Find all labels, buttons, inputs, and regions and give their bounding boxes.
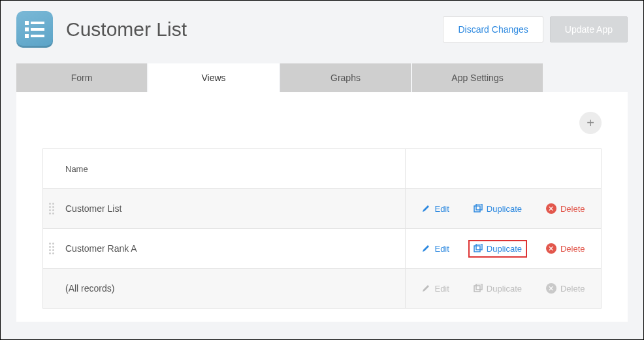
edit-button[interactable]: Edit <box>416 240 454 258</box>
pencil-icon <box>421 244 430 253</box>
view-name: Customer Rank A <box>63 243 405 254</box>
svg-rect-11 <box>476 284 482 290</box>
app-list-icon <box>16 11 53 48</box>
delete-icon: ✕ <box>546 243 556 254</box>
delete-button: ✕ Delete <box>541 279 590 298</box>
edit-label: Edit <box>434 244 449 254</box>
edit-label: Edit <box>434 284 449 294</box>
delete-icon: ✕ <box>546 283 556 294</box>
delete-button[interactable]: ✕ Delete <box>541 199 590 218</box>
duplicate-icon <box>474 284 483 293</box>
pencil-icon <box>421 204 430 213</box>
duplicate-button[interactable]: Duplicate <box>468 240 527 258</box>
edit-button[interactable]: Edit <box>416 200 454 218</box>
svg-rect-4 <box>25 34 29 38</box>
tab-app-settings[interactable]: App Settings <box>412 63 543 92</box>
plus-icon: + <box>587 116 594 131</box>
tab-bar: Form Views Graphs App Settings <box>1 63 643 92</box>
column-name-header: Name <box>63 164 405 174</box>
view-name: (All records) <box>63 283 405 294</box>
delete-icon: ✕ <box>546 203 556 214</box>
delete-label: Delete <box>560 204 585 214</box>
table-header: Name <box>43 149 601 189</box>
discard-changes-button[interactable]: Discard Changes <box>443 16 543 42</box>
edit-button: Edit <box>416 280 454 298</box>
svg-rect-8 <box>474 246 480 252</box>
edit-label: Edit <box>434 204 449 214</box>
duplicate-button[interactable]: Duplicate <box>468 200 527 218</box>
svg-rect-6 <box>474 206 480 212</box>
views-panel: + Name Customer List Edit <box>16 92 628 322</box>
drag-handle-icon[interactable] <box>49 203 57 214</box>
add-view-button[interactable]: + <box>579 112 602 134</box>
table-row: Customer List Edit Duplicate ✕ Delete <box>43 189 601 229</box>
duplicate-label: Duplicate <box>487 244 522 254</box>
duplicate-label: Duplicate <box>487 284 522 294</box>
svg-rect-7 <box>476 204 482 210</box>
svg-rect-1 <box>31 22 44 24</box>
view-name: Customer List <box>63 203 405 214</box>
delete-button[interactable]: ✕ Delete <box>541 239 590 258</box>
duplicate-icon <box>474 244 483 253</box>
tab-form[interactable]: Form <box>16 63 147 92</box>
update-app-button[interactable]: Update App <box>550 16 628 42</box>
table-row: (All records) Edit Duplicate ✕ Delete <box>43 269 601 308</box>
pencil-icon <box>421 284 430 293</box>
svg-rect-2 <box>25 27 29 31</box>
duplicate-button: Duplicate <box>468 280 527 298</box>
drag-handle-icon[interactable] <box>49 243 57 254</box>
svg-rect-5 <box>31 35 44 37</box>
table-row: Customer Rank A Edit Duplicate ✕ Delet <box>43 229 601 269</box>
tab-views[interactable]: Views <box>148 63 279 92</box>
duplicate-icon <box>474 204 483 213</box>
svg-rect-0 <box>25 21 29 25</box>
page-title: Customer List <box>66 18 443 41</box>
delete-label: Delete <box>560 284 585 294</box>
svg-rect-10 <box>474 286 480 292</box>
delete-label: Delete <box>560 244 585 254</box>
svg-rect-9 <box>476 244 482 250</box>
duplicate-label: Duplicate <box>487 204 522 214</box>
tab-graphs[interactable]: Graphs <box>280 63 411 92</box>
svg-rect-3 <box>31 28 44 31</box>
views-table: Name Customer List Edit <box>42 148 602 309</box>
